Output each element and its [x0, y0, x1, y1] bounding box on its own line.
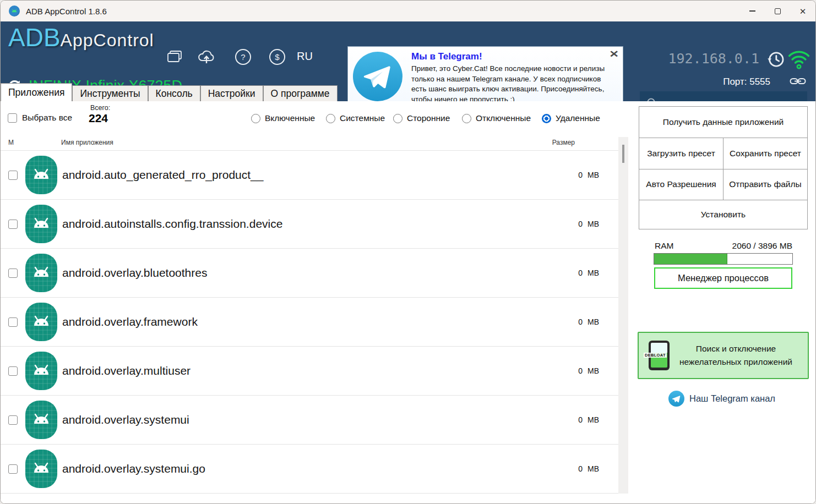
select-all-checkbox[interactable] — [8, 113, 17, 123]
column-name: Имя приложения — [61, 139, 113, 146]
ram-value: 2060 / 3896 MB — [732, 241, 792, 251]
logo-adb-text: ADB — [8, 23, 61, 52]
row-checkbox[interactable] — [8, 171, 18, 180]
tab-settings[interactable]: Настройки — [200, 85, 263, 101]
svg-text:?: ? — [241, 52, 245, 62]
donate-button[interactable]: $ — [268, 47, 286, 66]
banner-title: Мы в Telegram! — [411, 51, 482, 62]
table-row[interactable]: android.auto_generated_rro_product__ 0MB — [1, 151, 618, 200]
minimize-icon — [749, 10, 755, 11]
auto-permissions-button[interactable]: Авто Разрешения — [639, 169, 723, 200]
radio-icon[interactable] — [326, 114, 335, 123]
load-preset-button[interactable]: Загрузить пресет — [639, 138, 723, 169]
row-checkbox[interactable] — [8, 366, 18, 376]
telegram-link-label: Наш Telegram канал — [689, 393, 775, 404]
row-checkbox[interactable] — [8, 415, 18, 425]
tab-applications[interactable]: Приложения — [1, 83, 72, 101]
app-size: 0MB — [578, 415, 599, 424]
tab-console[interactable]: Консоль — [148, 85, 200, 101]
cloud-upload-button[interactable] — [197, 47, 216, 66]
tab-tools[interactable]: Инструменты — [72, 85, 148, 101]
debloat-button[interactable]: DEBLOAT Поиск и отключение нежелательных… — [638, 332, 809, 379]
telegram-logo-icon — [353, 52, 402, 101]
radio-icon-selected[interactable] — [542, 114, 551, 123]
maximize-icon — [775, 8, 781, 14]
debloat-phone-icon: DEBLOAT — [649, 341, 670, 370]
app-size: 0MB — [578, 171, 599, 179]
app-logo-icon — [9, 6, 20, 17]
table-row[interactable]: android.overlay.framework 0MB — [1, 298, 618, 347]
open-folder-button[interactable] — [165, 47, 184, 66]
total-label: Всего: — [90, 104, 110, 112]
side-panel: Получить данные приложений Загрузить пре… — [628, 101, 815, 504]
row-checkbox[interactable] — [8, 220, 18, 229]
logo-appcontrol-text: AppControl — [61, 30, 154, 51]
table-row[interactable]: android.overlay.multiuser 0MB — [1, 347, 618, 396]
scrollbar-thumb[interactable] — [622, 145, 624, 163]
app-size: 0MB — [578, 317, 599, 326]
svg-text:$: $ — [275, 52, 280, 62]
table-row[interactable]: android.overlay.systemui 0MB — [1, 396, 618, 445]
send-files-button[interactable]: Отправить файлы — [723, 169, 807, 200]
row-checkbox[interactable] — [8, 269, 18, 278]
ram-label: RAM — [655, 241, 673, 251]
app-package-name: android.overlay.systemui.go — [62, 462, 205, 475]
app-package-name: android.autoinstalls.config.transsion.de… — [62, 217, 282, 231]
minimize-button[interactable] — [739, 1, 765, 21]
android-app-icon — [25, 156, 57, 194]
radio-icon[interactable] — [393, 114, 402, 123]
table-row[interactable]: android.autoinstalls.config.transsion.de… — [1, 200, 618, 249]
select-all[interactable]: Выбрать все — [8, 113, 72, 123]
title-bar: ADB AppControl 1.8.6 ✕ — [1, 1, 815, 21]
process-manager-button[interactable]: Менеджер процессов — [654, 267, 792, 289]
row-checkbox[interactable] — [8, 464, 18, 474]
android-app-icon — [25, 205, 57, 243]
device-ip[interactable]: 192.168.0.1 — [594, 51, 759, 67]
connect-button[interactable] — [790, 76, 806, 88]
filter-enabled[interactable]: Включенные — [251, 113, 315, 123]
ram-progress-fill — [654, 254, 727, 264]
link-icon — [790, 76, 806, 86]
tab-strip: Приложения Инструменты Консоль Настройки… — [1, 81, 338, 101]
filter-thirdparty[interactable]: Сторонние — [393, 113, 450, 123]
android-app-icon — [25, 303, 57, 341]
row-checkbox[interactable] — [8, 317, 18, 327]
help-button[interactable]: ? — [233, 47, 252, 66]
filter-uninstalled[interactable]: Удаленные — [542, 113, 600, 123]
app-size: 0MB — [578, 464, 599, 473]
history-button[interactable] — [766, 50, 785, 71]
install-button[interactable]: Установить — [639, 200, 807, 229]
telegram-channel-link[interactable]: Наш Telegram канал — [628, 391, 815, 407]
language-switch[interactable]: RU — [297, 50, 313, 63]
get-app-data-button[interactable]: Получить данные приложений — [639, 107, 807, 138]
app-window: ADB AppControl 1.8.6 ✕ ADB AppControl — [0, 0, 816, 504]
save-preset-button[interactable]: Сохранить пресет — [723, 138, 807, 169]
close-button[interactable]: ✕ — [790, 1, 815, 21]
table-scrollbar[interactable] — [618, 137, 628, 494]
radio-icon[interactable] — [462, 114, 471, 123]
table-row[interactable]: android.overlay.bluetoothres 0MB — [1, 249, 618, 298]
telegram-icon — [668, 391, 684, 407]
ram-progressbar — [654, 253, 793, 265]
column-size: Размер — [552, 139, 575, 146]
app-package-name: android.overlay.bluetoothres — [62, 266, 207, 280]
banner-body: Привет, это Cyber.Cat! Все последние нов… — [411, 64, 616, 105]
filter-system[interactable]: Системные — [326, 113, 385, 123]
app-list-area: Выбрать все Всего: 224 Включенные Систем… — [1, 101, 628, 504]
android-app-icon — [25, 254, 57, 292]
app-size: 0MB — [578, 220, 599, 228]
close-icon: ✕ — [799, 7, 807, 15]
app-size: 0MB — [578, 366, 599, 375]
table-row[interactable]: android.overlay.systemui.go 0MB — [1, 445, 618, 494]
filter-disabled[interactable]: Отключенные — [462, 113, 531, 123]
maximize-button[interactable] — [765, 1, 790, 21]
port-label: Порт: 5555 — [723, 76, 770, 87]
app-logo: ADB AppControl — [8, 23, 154, 52]
radio-icon[interactable] — [251, 114, 260, 123]
app-package-name: android.overlay.systemui — [62, 413, 189, 426]
tab-about[interactable]: О программе — [263, 85, 338, 101]
app-package-name: android.overlay.framework — [62, 315, 198, 328]
app-size: 0MB — [578, 269, 599, 277]
android-app-icon — [25, 352, 57, 390]
android-app-icon — [25, 450, 57, 488]
